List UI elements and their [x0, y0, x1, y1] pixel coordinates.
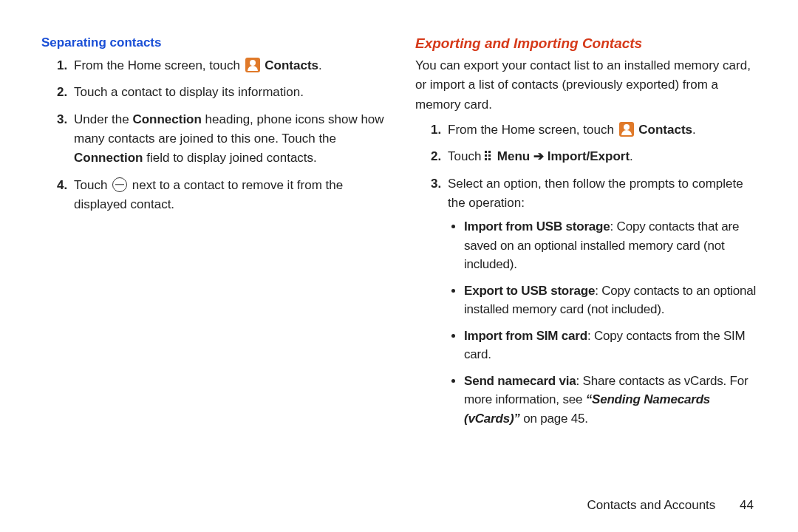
- text: Touch: [74, 178, 111, 192]
- right-steps: From the Home screen, touch Contacts. To…: [415, 120, 761, 428]
- text: Select an option, then follow the prompt…: [448, 177, 743, 210]
- heading-export-import: Exporting and Importing Contacts: [415, 35, 761, 52]
- left-step-4: Touch next to a contact to remove it fro…: [71, 176, 387, 215]
- left-step-3: Under the Connection heading, phone icon…: [71, 110, 387, 168]
- menu-icon: [485, 149, 492, 162]
- right-column: Exporting and Importing Contacts You can…: [415, 28, 761, 435]
- left-steps: From the Home screen, touch Contacts. To…: [41, 56, 387, 214]
- text: Under the: [74, 112, 132, 126]
- import-export-label: Import/Export: [544, 149, 630, 163]
- text: Touch a contact to display its informati…: [74, 85, 304, 99]
- contacts-label: Contacts: [265, 58, 318, 72]
- page-body: Separating contacts From the Home screen…: [0, 0, 798, 435]
- option-send-namecard: Send namecard via: Share contacts as vCa…: [464, 372, 761, 429]
- arrow-icon: ➔: [533, 149, 544, 163]
- contacts-label: Contacts: [638, 123, 692, 137]
- footer-page-number: 44: [740, 498, 754, 513]
- footer-section: Contacts and Accounts: [587, 498, 715, 512]
- heading-separating-contacts: Separating contacts: [41, 35, 387, 50]
- text: Connection: [132, 112, 202, 126]
- right-step-1: From the Home screen, touch Contacts.: [445, 120, 761, 140]
- right-step-3: Select an option, then follow the prompt…: [445, 174, 761, 429]
- option-label: Import from USB storage: [464, 219, 610, 233]
- intro-text: You can export your contact list to an i…: [415, 56, 761, 115]
- contacts-icon: [245, 58, 260, 72]
- left-step-2: Touch a contact to display its informati…: [71, 83, 387, 102]
- option-export-usb: Export to USB storage: Copy contacts to …: [464, 282, 761, 319]
- text: field to display joined contacts.: [143, 151, 317, 165]
- text: Touch: [448, 149, 485, 163]
- option-label: Send namecard via: [464, 374, 576, 388]
- menu-label: Menu: [497, 149, 533, 163]
- option-import-sim: Import from SIM card: Copy contacts from…: [464, 327, 761, 364]
- left-step-1: From the Home screen, touch Contacts.: [71, 56, 387, 75]
- text: .: [692, 123, 696, 137]
- text: .: [630, 149, 633, 163]
- page-footer: Contacts and Accounts 44: [587, 498, 754, 513]
- right-step-2: Touch Menu ➔ Import/Export.: [445, 147, 761, 166]
- remove-icon: [112, 177, 127, 192]
- option-label: Export to USB storage: [464, 284, 595, 298]
- option-import-usb: Import from USB storage: Copy contacts t…: [464, 217, 761, 274]
- text: From the Home screen, touch: [448, 123, 618, 137]
- options-list: Import from USB storage: Copy contacts t…: [448, 217, 761, 428]
- text: on page 45.: [520, 412, 588, 426]
- left-column: Separating contacts From the Home screen…: [41, 28, 387, 435]
- text: Connection: [74, 151, 143, 165]
- option-label: Import from SIM card: [464, 329, 587, 343]
- contacts-icon: [619, 122, 634, 137]
- text: From the Home screen, touch: [74, 58, 244, 72]
- text: .: [318, 58, 322, 72]
